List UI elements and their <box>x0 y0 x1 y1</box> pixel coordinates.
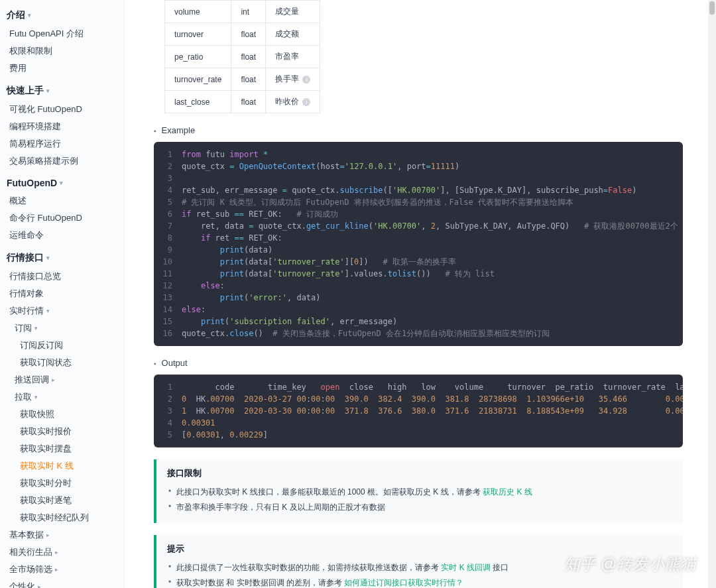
nav-item-quote-object[interactable]: 行情对象 <box>0 285 124 302</box>
nav-item-ops-cmd[interactable]: 运维命令 <box>0 227 124 244</box>
scrollbar-thumb[interactable] <box>709 1 715 15</box>
nav-item-pull[interactable]: 拉取▾ <box>0 388 124 406</box>
chevron-down-icon: ▾ <box>34 394 38 400</box>
nav-item-rt-orderbook[interactable]: 获取实时摆盘 <box>0 440 124 457</box>
chevron-right-icon: ▸ <box>52 377 55 383</box>
callout-tip: 提示 此接口提供了一次性获取实时数据的功能，如需持续获取推送数据，请参考 实时 … <box>154 535 683 588</box>
nav-item-basic-data[interactable]: 基本数据▸ <box>0 526 124 544</box>
nav-item-rt-tick[interactable]: 获取实时逐笔 <box>0 492 124 509</box>
field-name: turnover_rate <box>165 68 231 91</box>
table-row: volumeint成交量 <box>165 1 320 23</box>
chevron-right-icon: ▸ <box>38 583 41 588</box>
nav-item-rt-quote[interactable]: 获取实时报价 <box>0 423 124 440</box>
field-desc: 成交量 <box>266 1 320 23</box>
info-icon[interactable]: i <box>302 98 310 106</box>
chevron-down-icon: ▾ <box>28 12 31 19</box>
info-icon[interactable]: i <box>302 76 310 84</box>
field-name: pe_ratio <box>165 46 231 68</box>
nav-item-visual-opend[interactable]: 可视化 FutuOpenD <box>0 101 124 118</box>
field-name: volume <box>165 1 231 23</box>
callout-limit-item-1: 此接口为获取实时 K 线接口，最多能获取最近的 1000 根。如需获取历史 K … <box>167 485 672 500</box>
nav-item-fee[interactable]: 费用 <box>0 60 124 77</box>
nav-item-quote-overview[interactable]: 行情接口总览 <box>0 268 124 285</box>
nav-item-sub-unsub[interactable]: 订阅反订阅 <box>0 337 124 354</box>
chevron-down-icon: ▾ <box>60 180 63 186</box>
nav-item-push-callback[interactable]: 推送回调▸ <box>0 371 124 388</box>
callout-tip-item-1: 此接口提供了一次性获取实时数据的功能，如需持续获取推送数据，请参考 实时 K 线… <box>167 560 672 575</box>
nav-item-subscribe[interactable]: 订阅▾ <box>0 320 124 337</box>
field-name: turnover <box>165 23 231 46</box>
callout-tip-title: 提示 <box>167 543 672 555</box>
chevron-right-icon: ▸ <box>55 549 58 556</box>
table-row: pe_ratiofloat市盈率 <box>165 46 320 68</box>
nav-item-permission[interactable]: 权限和限制 <box>0 42 124 60</box>
nav-group-intro[interactable]: 介绍▾ <box>0 5 124 25</box>
chevron-down-icon: ▾ <box>46 88 50 94</box>
main-content: volumeint成交量turnoverfloat成交额pe_ratiofloa… <box>125 0 716 588</box>
field-name: last_close <box>165 91 231 113</box>
nav-group-futuopend[interactable]: FutuOpenD▾ <box>0 174 124 192</box>
nav-item-personal[interactable]: 个性化▸ <box>0 578 124 588</box>
chevron-down-icon: ▾ <box>46 308 50 314</box>
field-type: float <box>231 23 266 46</box>
chevron-down-icon: ▾ <box>34 325 38 331</box>
link-rt-kline-callback[interactable]: 实时 K 线回调 <box>441 563 491 572</box>
nav-item-rt-timeshare[interactable]: 获取实时分时 <box>0 475 124 492</box>
nav-item-derivatives[interactable]: 相关衍生品▸ <box>0 544 124 561</box>
nav-item-snapshot[interactable]: 获取快照 <box>0 406 124 423</box>
nav-item-market-filter[interactable]: 全市场筛选▸ <box>0 561 124 578</box>
field-type: float <box>231 68 266 91</box>
link-how-subscribe[interactable]: 如何通过订阅接口获取实时行情？ <box>344 578 463 587</box>
chevron-right-icon: ▸ <box>55 566 58 573</box>
nav-item-overview[interactable]: 概述 <box>0 192 124 209</box>
table-row: turnover_ratefloat换手率 i <box>165 68 320 91</box>
fields-table: volumeint成交量turnoverfloat成交额pe_ratiofloa… <box>164 0 320 113</box>
table-row: last_closefloat昨收价 i <box>165 91 320 113</box>
sidebar-nav: 介绍▾ Futu OpenAPI 介绍 权限和限制 费用 快速上手▾ 可视化 F… <box>0 0 125 588</box>
field-type: int <box>231 1 266 23</box>
code-example: 1from futu import * 2quote_ctx = OpenQuo… <box>154 142 683 346</box>
nav-item-rt-broker[interactable]: 获取实时经纪队列 <box>0 509 124 526</box>
nav-item-simple-run[interactable]: 简易程序运行 <box>0 135 124 152</box>
code-output: 1 code time_key open close high low volu… <box>154 375 683 447</box>
nav-item-sub-status[interactable]: 获取订阅状态 <box>0 354 124 371</box>
nav-group-quickstart[interactable]: 快速上手▾ <box>0 81 124 101</box>
link-history-kline[interactable]: 获取历史 K 线 <box>483 487 532 497</box>
nav-item-rt-kline[interactable]: 获取实时 K 线 <box>0 457 124 475</box>
field-type: float <box>231 91 266 113</box>
callout-limit-item-2: 市盈率和换手率字段，只有日 K 及以上周期的正股才有数据 <box>167 500 672 515</box>
callout-limit-title: 接口限制 <box>167 467 672 479</box>
field-desc: 成交额 <box>266 23 320 46</box>
nav-item-api-intro[interactable]: Futu OpenAPI 介绍 <box>0 25 124 42</box>
nav-item-strategy-example[interactable]: 交易策略搭建示例 <box>0 152 124 170</box>
field-desc: 昨收价 i <box>266 91 320 113</box>
nav-item-env-setup[interactable]: 编程环境搭建 <box>0 118 124 135</box>
field-desc: 市盈率 <box>266 46 320 68</box>
scrollbar-track[interactable] <box>708 0 716 588</box>
callout-limit: 接口限制 此接口为获取实时 K 线接口，最多能获取最近的 1000 根。如需获取… <box>154 459 683 523</box>
table-row: turnoverfloat成交额 <box>165 23 320 46</box>
nav-group-quote-api[interactable]: 行情接口▾ <box>0 248 124 268</box>
field-desc: 换手率 i <box>266 68 320 91</box>
field-type: float <box>231 46 266 68</box>
chevron-down-icon: ▾ <box>46 255 50 261</box>
nav-item-realtime-quote[interactable]: 实时行情▾ <box>0 302 124 320</box>
callout-tip-item-2: 获取实时数据 和 实时数据回调 的差别，请参考 如何通过订阅接口获取实时行情？ <box>167 575 672 588</box>
output-label: Output <box>154 358 683 368</box>
chevron-right-icon: ▸ <box>46 532 50 538</box>
nav-item-cli-opend[interactable]: 命令行 FutuOpenD <box>0 209 124 227</box>
example-label: Example <box>154 125 683 135</box>
